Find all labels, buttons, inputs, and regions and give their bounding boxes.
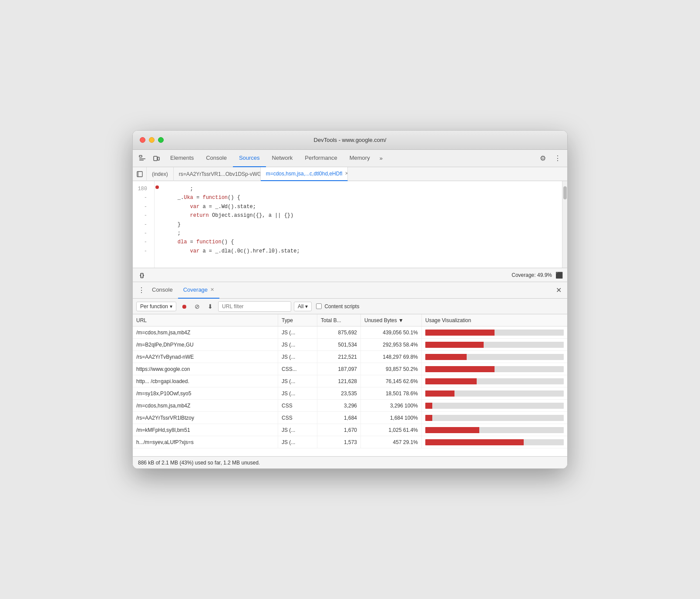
cell-url: http... /cb=gapi.loaded. [133,375,278,387]
vis-used-bar [425,342,484,348]
cell-type: JS (... [278,326,317,338]
format-button[interactable]: {} [137,271,147,279]
clear-button[interactable]: ⊘ [192,301,202,312]
cell-unused: 148,297 69.8% [361,351,422,363]
all-dropdown-arrow-icon: ▾ [305,303,308,310]
table-row[interactable]: /m=B2qlPe,DhPYme,GU JS (... 501,534 292,… [133,339,567,351]
breakpoint-gutter [155,181,160,268]
table-row[interactable]: /m=cdos,hsm,jsa,mb4Z JS (... 875,692 439… [133,326,567,339]
nav-right: ⚙ ⋮ [537,152,564,165]
content-scripts-checkbox[interactable] [316,303,322,309]
tab-elements[interactable]: Elements [164,150,200,167]
status-text: 886 kB of 2.1 MB (43%) used so far, 1.2 … [138,460,260,466]
vis-bar [425,378,564,384]
table-row[interactable]: /rs=AA2YrTssrVR1lBtzoy CSS 1,684 1,684 1… [133,412,567,424]
cell-total: 875,692 [317,326,361,338]
cell-vis [422,363,567,375]
col-type[interactable]: Type [278,314,317,326]
col-url[interactable]: URL [133,314,278,326]
cell-type: CSS [278,400,317,411]
file-tab-rs[interactable]: rs=AA2YrTssrVR1...Obv1DSp-vWG36A [174,167,261,181]
tab-console[interactable]: Console [200,150,233,167]
vis-bar [425,366,564,372]
window-controls[interactable] [140,137,164,143]
vis-used-bar [425,415,432,421]
table-row[interactable]: https://www.google.con CSS... 187,097 93… [133,363,567,375]
filter-all-select[interactable]: All ▾ [294,302,312,311]
table-row[interactable]: http... /cb=gapi.loaded. JS (... 121,628… [133,375,567,387]
tab-coverage-panel[interactable]: Coverage ✕ [178,282,219,299]
cell-vis [422,387,567,399]
file-tab-index[interactable]: (index) [147,167,174,181]
code-line: var a = _.dla(.0c().href.l0).state; [165,247,557,256]
vis-bar [425,427,564,433]
vis-bar [425,342,564,348]
cell-type: JS (... [278,387,317,399]
scroll-thumb[interactable] [563,186,567,199]
vis-bar [425,403,564,409]
svg-rect-1 [139,158,145,159]
tab-sources[interactable]: Sources [233,150,266,167]
more-tabs-button[interactable]: » [376,150,386,167]
breakpoint-marker [155,185,159,189]
screenshot-icon[interactable]: ⬛ [555,272,563,279]
code-line: ; [165,185,557,193]
cell-total: 1,573 [317,436,361,448]
panel-close-button[interactable]: ✕ [553,285,564,296]
export-button[interactable]: ⬇ [205,301,215,312]
code-line: return Object.assign({}, a || {}) [165,211,557,220]
code-line: var a = _.Wd().state; [165,202,557,211]
col-vis[interactable]: Usage Visualization [422,314,567,326]
cell-vis [422,351,567,363]
cell-total: 1,684 [317,412,361,424]
file-tab-mcdos[interactable]: m=cdos,hsm,jsa,...c,dtl0hd,eHDfl ✕ [261,167,348,181]
url-filter-input[interactable] [218,301,291,312]
settings-icon[interactable]: ⚙ [537,152,549,165]
minimize-button[interactable] [149,137,155,143]
coverage-tab-close-icon[interactable]: ✕ [210,287,214,293]
nav-tabs: Elements Console Sources Network Perform… [164,150,537,167]
col-unused[interactable]: Unused Bytes ▼ [361,314,422,326]
cell-vis [422,412,567,424]
col-total[interactable]: Total B... [317,314,361,326]
cell-vis [422,436,567,448]
code-line: dla = function() { [165,238,557,246]
table-row[interactable]: /m=kMFpHd,sy8l,bm51 JS (... 1,670 1,025 … [133,424,567,436]
svg-rect-2 [139,160,144,161]
svg-rect-4 [158,157,159,160]
cell-total: 501,534 [317,339,361,350]
sidebar-toggle-icon[interactable] [133,167,147,181]
table-row[interactable]: h.../m=syev,aLUfP?xjs=s JS (... 1,573 45… [133,436,567,448]
table-row[interactable]: /m=cdos,hsm,jsa,mb4Z CSS 3,296 3,296 100… [133,400,567,412]
coverage-panel: ⋮ Console Coverage ✕ ✕ Per function ▾ ⏺ … [133,282,567,456]
maximize-button[interactable] [158,137,164,143]
tab-console-panel[interactable]: Console [147,282,178,299]
table-row[interactable]: /rs=AA2YrTvBynad-nWE JS (... 212,521 148… [133,351,567,363]
tab-performance[interactable]: Performance [299,150,343,167]
device-icon[interactable] [150,152,162,165]
table-row[interactable]: /m=sy18x,P10Owf,syo5 JS (... 23,535 18,5… [133,387,567,400]
coverage-table: URL Type Total B... Unused Bytes ▼ Usage… [133,314,567,456]
code-editor: 180 - - - - - - - ; _.Uka = function() {… [133,181,567,268]
code-content[interactable]: ; _.Uka = function() { var a = _.Wd().st… [160,181,562,268]
close-button[interactable] [140,137,145,143]
more-options-icon[interactable]: ⋮ [552,152,564,165]
cell-unused: 1,025 61.4% [361,424,422,436]
cell-unused: 1,684 100% [361,412,422,424]
cell-total: 121,628 [317,375,361,387]
vis-used-bar [425,330,495,336]
tab-memory[interactable]: Memory [343,150,376,167]
title-bar: DevTools - www.google.com/ [133,131,567,150]
file-tab-close-icon[interactable]: ✕ [345,171,347,176]
inspect-icon[interactable] [136,152,148,165]
per-function-button[interactable]: Per function ▾ [136,302,176,311]
code-line: _.Uka = function() { [165,193,557,202]
stop-recording-button[interactable]: ⏺ [179,301,189,312]
panel-menu-icon[interactable]: ⋮ [136,285,147,296]
cell-total: 187,097 [317,363,361,375]
tab-network[interactable]: Network [266,150,299,167]
bottom-toolbar: {} Coverage: 49.9% ⬛ [133,268,567,282]
scrollbar[interactable] [562,181,567,268]
vis-bar [425,354,564,360]
svg-rect-3 [154,156,157,161]
